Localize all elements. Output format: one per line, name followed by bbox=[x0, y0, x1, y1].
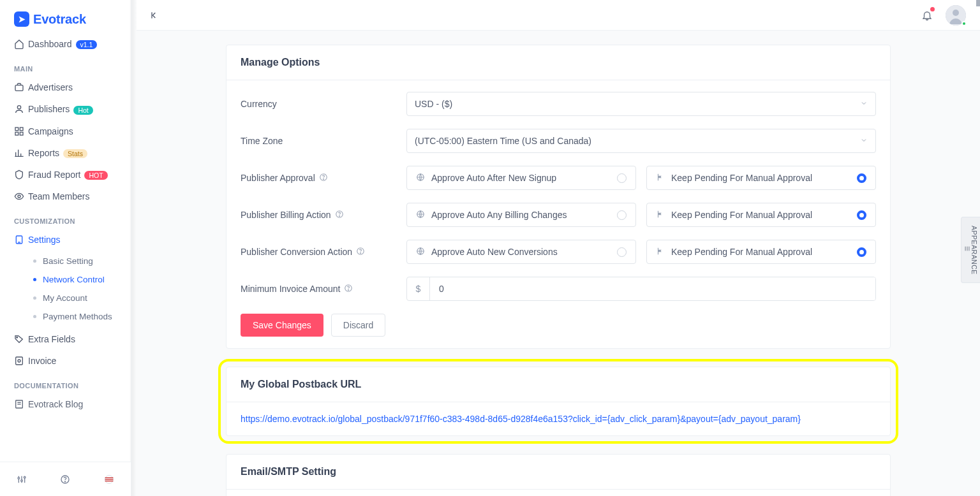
sidebar-item-publishers[interactable]: PublishersHot bbox=[0, 98, 131, 120]
svg-point-22 bbox=[65, 481, 66, 481]
timezone-value: (UTC-05:00) Eastern Time (US and Canada) bbox=[415, 136, 591, 146]
card-title: Email/SMTP Setting bbox=[241, 466, 876, 478]
sidebar-item-blog[interactable]: Evotrack Blog bbox=[0, 393, 131, 415]
help-icon[interactable] bbox=[319, 173, 328, 184]
sidebar-item-extra-fields[interactable]: Extra Fields bbox=[0, 328, 131, 350]
publisher-approval-label: Publisher Approval bbox=[241, 173, 315, 183]
settings-icon bbox=[964, 245, 970, 253]
sidebar-item-advertisers[interactable]: Advertisers bbox=[0, 77, 131, 98]
smtp-card: Email/SMTP Setting You currently don't h… bbox=[226, 454, 891, 496]
publisher-conversion-label: Publisher Conversion Action bbox=[241, 247, 352, 257]
collapse-sidebar-button[interactable] bbox=[145, 6, 163, 24]
appearance-side-tab[interactable]: APPEARANCE bbox=[961, 217, 980, 283]
discard-button[interactable]: Discard bbox=[331, 314, 385, 337]
help-icon[interactable] bbox=[335, 210, 344, 221]
manage-options-card: Manage Options Currency USD - ($) Time Z… bbox=[226, 45, 891, 349]
currency-label: Currency bbox=[241, 99, 406, 109]
sidebar-footer bbox=[0, 462, 131, 496]
flag-icon bbox=[656, 173, 665, 184]
sidebar-item-label: Fraud Report bbox=[28, 170, 80, 180]
flag-icon bbox=[656, 247, 665, 258]
currency-prefix: $ bbox=[407, 277, 430, 300]
radio-label: Keep Pending For Manual Approval bbox=[671, 210, 850, 220]
radio-pending-manual-conversions[interactable]: Keep Pending For Manual Approval bbox=[646, 240, 876, 264]
radio-indicator bbox=[857, 173, 866, 183]
home-icon bbox=[14, 39, 28, 49]
logo-icon bbox=[14, 11, 29, 27]
sidebar-item-team[interactable]: Team Members bbox=[0, 186, 131, 207]
sidebar-item-label: Evotrack Blog bbox=[28, 399, 122, 409]
svg-rect-4 bbox=[15, 132, 19, 135]
svg-point-18 bbox=[18, 477, 20, 479]
radio-pending-manual-approval[interactable]: Keep Pending For Manual Approval bbox=[646, 166, 876, 190]
tablet-icon bbox=[14, 235, 28, 245]
timezone-select[interactable]: (UTC-05:00) Eastern Time (US and Canada) bbox=[406, 129, 876, 153]
radio-approve-auto-billing[interactable]: Approve Auto Any Billing Changes bbox=[406, 203, 636, 227]
section-label-main: MAIN bbox=[0, 55, 131, 77]
briefcase-icon bbox=[14, 82, 28, 92]
logo-text: Evotrack bbox=[33, 12, 86, 27]
svg-point-19 bbox=[21, 479, 23, 481]
sub-item-label: Basic Setting bbox=[43, 256, 93, 266]
radio-label: Approve Auto Any Billing Changes bbox=[431, 210, 611, 220]
svg-rect-10 bbox=[16, 357, 23, 365]
reports-stats-badge: Stats bbox=[63, 149, 87, 158]
svg-point-31 bbox=[323, 179, 323, 179]
card-title: Manage Options bbox=[241, 57, 876, 68]
radio-indicator bbox=[857, 247, 866, 257]
notifications-button[interactable] bbox=[917, 6, 937, 25]
sub-item-label: My Account bbox=[43, 293, 87, 303]
postback-url-text[interactable]: https://demo.evotrack.io/global_postback… bbox=[241, 414, 876, 424]
eye-icon bbox=[14, 191, 28, 201]
radio-pending-manual-billing[interactable]: Keep Pending For Manual Approval bbox=[646, 203, 876, 227]
svg-point-11 bbox=[18, 360, 20, 362]
save-button[interactable]: Save Changes bbox=[241, 314, 323, 337]
settings-submenu: Basic Setting Network Control My Account… bbox=[0, 251, 131, 328]
app-logo[interactable]: Evotrack bbox=[0, 0, 131, 33]
document-icon bbox=[14, 399, 28, 409]
chevron-down-icon bbox=[114, 82, 122, 92]
radio-label: Approve Auto New Conversions bbox=[431, 247, 611, 257]
appearance-label: APPEARANCE bbox=[970, 226, 978, 275]
user-circle-icon bbox=[14, 104, 28, 114]
help-icon[interactable] bbox=[60, 474, 70, 485]
user-menu-button[interactable] bbox=[946, 5, 966, 26]
content-scroll[interactable]: Manage Options Currency USD - ($) Time Z… bbox=[137, 31, 980, 496]
currency-select[interactable]: USD - ($) bbox=[406, 92, 876, 116]
language-flag-icon[interactable] bbox=[104, 474, 114, 485]
notification-dot-icon bbox=[930, 7, 935, 11]
help-icon[interactable] bbox=[344, 284, 353, 295]
sub-item-label: Network Control bbox=[43, 275, 105, 284]
min-invoice-input-group: $ bbox=[406, 277, 876, 301]
sidebar-item-dashboard[interactable]: Dashboardv1.1 bbox=[0, 33, 131, 55]
section-label-documentation: DOCUMENTATION bbox=[0, 372, 131, 393]
settings-sliders-icon[interactable] bbox=[17, 474, 27, 485]
sidebar-item-reports[interactable]: ReportsStats bbox=[0, 142, 131, 164]
sub-my-account[interactable]: My Account bbox=[27, 289, 131, 307]
radio-indicator bbox=[617, 173, 627, 183]
help-icon[interactable] bbox=[356, 247, 365, 258]
sub-network-control[interactable]: Network Control bbox=[27, 270, 131, 289]
sidebar-item-label: Team Members bbox=[28, 191, 122, 201]
sidebar: Evotrack Dashboardv1.1 MAIN Advertisers … bbox=[0, 0, 131, 496]
radio-approve-auto-signup[interactable]: Approve Auto After New Signup bbox=[406, 166, 636, 190]
sidebar-item-settings[interactable]: Settings bbox=[0, 229, 131, 251]
sidebar-item-fraud[interactable]: Fraud ReportHOT bbox=[0, 164, 131, 186]
sidebar-dashboard-label: Dashboard bbox=[28, 39, 72, 49]
radio-indicator bbox=[617, 210, 627, 220]
sub-basic-setting[interactable]: Basic Setting bbox=[27, 252, 131, 270]
chart-bar-icon bbox=[14, 148, 28, 158]
sub-payment-methods[interactable]: Payment Methods bbox=[27, 307, 131, 326]
sidebar-item-label: Advertisers bbox=[28, 82, 114, 92]
sidebar-item-campaigns[interactable]: Campaigns bbox=[0, 120, 131, 142]
section-label-customization: CUSTOMIZATION bbox=[0, 207, 131, 229]
min-invoice-input[interactable] bbox=[430, 277, 875, 300]
chevron-down-icon bbox=[860, 99, 868, 109]
sidebar-item-invoice[interactable]: Invoice bbox=[0, 350, 131, 372]
publisher-billing-label: Publisher Billing Action bbox=[241, 210, 331, 220]
svg-point-20 bbox=[24, 476, 26, 478]
radio-indicator bbox=[617, 247, 627, 257]
tag-icon bbox=[14, 334, 28, 344]
svg-rect-24 bbox=[105, 477, 113, 478]
radio-approve-auto-conversions[interactable]: Approve Auto New Conversions bbox=[406, 240, 636, 264]
